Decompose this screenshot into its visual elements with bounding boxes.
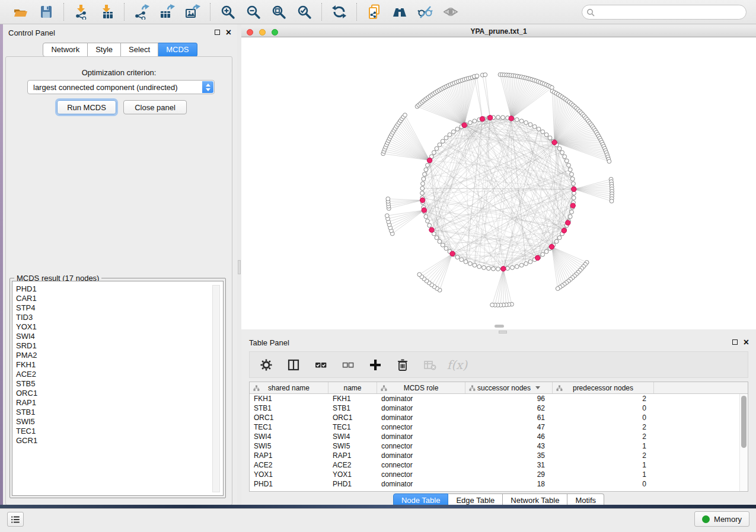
canvas-hscrollbar[interactable]	[495, 325, 504, 328]
delete-table-icon	[423, 358, 436, 371]
table-row[interactable]: YOX1YOX1connector291	[250, 470, 748, 479]
table-row[interactable]: FKH1FKH1dominator962	[250, 394, 748, 403]
zoom-selected-icon[interactable]	[296, 4, 312, 20]
network-canvas[interactable]	[241, 37, 756, 329]
vertical-splitter[interactable]	[237, 24, 241, 508]
toolbar-group	[357, 4, 468, 20]
show-eye-icon[interactable]	[442, 4, 459, 20]
mcds-result-list[interactable]: PHD1CAR1STP4TID3YOX1SWI4SRD1PMA2FKH1ACE2…	[12, 281, 224, 496]
tab-mcds[interactable]: MCDS	[158, 43, 197, 57]
maximize-window-icon[interactable]	[272, 29, 278, 36]
column-header-successor-nodes[interactable]: successor nodes	[465, 382, 553, 393]
mcds-result-item[interactable]: RAP1	[16, 398, 223, 408]
export-image-icon[interactable]	[184, 4, 201, 20]
network-window-titlebar[interactable]: YPA_prune.txt_1	[241, 27, 756, 37]
mcds-result-item[interactable]: SWI4	[16, 332, 223, 341]
close-panel-button[interactable]: Close panel	[123, 100, 187, 114]
table-cell: STB1	[328, 403, 377, 413]
mcds-result-item[interactable]: PHD1	[16, 284, 223, 294]
zoom-in-icon[interactable]	[219, 4, 236, 20]
table-vscrollbar[interactable]	[739, 394, 748, 491]
show-panels-list-button[interactable]	[7, 512, 24, 527]
mcds-result-item[interactable]: CAR1	[16, 294, 223, 303]
network-graph-svg[interactable]	[241, 37, 756, 329]
cytoscape-window: Control Panel × NetworkStyleSelectMCDS O…	[0, 0, 756, 532]
mcds-result-item[interactable]: PMA2	[16, 351, 223, 360]
table-row[interactable]: RAP1RAP1dominator352	[250, 451, 748, 460]
mcds-result-item[interactable]: TEC1	[16, 427, 223, 436]
criterion-select[interactable]: largest connected component (undirected)	[27, 80, 215, 94]
list-scrollbar[interactable]	[212, 285, 220, 492]
table-row[interactable]: ACE2ACE2connector311	[250, 460, 748, 470]
status-bar: Memory	[0, 508, 756, 528]
main-toolbar	[0, 0, 756, 24]
search-network-icon[interactable]	[391, 4, 408, 20]
search-box[interactable]	[582, 5, 747, 20]
save-session-icon[interactable]	[38, 4, 55, 20]
table-row[interactable]: PHD1PHD1dominator180	[250, 479, 748, 489]
table-cell: dominator	[377, 451, 465, 460]
toolbar-icon-groups	[4, 3, 468, 21]
tab-style[interactable]: Style	[88, 43, 121, 57]
search-input[interactable]	[597, 8, 742, 17]
table-cell: YOX1	[250, 470, 328, 479]
open-file-icon[interactable]	[12, 4, 29, 20]
import-network-icon[interactable]	[73, 4, 90, 20]
column-header-predecessor-nodes[interactable]: predecessor nodes	[553, 382, 654, 393]
refresh-icon[interactable]	[331, 4, 347, 20]
table-cell: 0	[553, 403, 654, 413]
import-table-icon[interactable]	[98, 4, 115, 20]
minimize-window-icon[interactable]	[259, 29, 266, 36]
mcds-result-item[interactable]: STP4	[16, 303, 223, 313]
zoom-fit-icon[interactable]	[270, 4, 287, 20]
mcds-result-item[interactable]: FKH1	[16, 360, 223, 370]
mcds-result-item[interactable]: STB5	[16, 379, 223, 389]
export-table-icon[interactable]	[159, 4, 176, 20]
mcds-result-item[interactable]: ACE2	[16, 370, 223, 379]
tab-select[interactable]: Select	[121, 43, 158, 57]
run-mcds-button[interactable]: Run MCDS	[57, 100, 116, 114]
close-table-panel-icon[interactable]: ×	[744, 339, 749, 345]
tab-network[interactable]: Network	[43, 43, 88, 57]
table-row[interactable]: SWI4SWI4dominator462	[250, 432, 748, 441]
table-cell: connector	[377, 422, 465, 432]
zoom-out-icon[interactable]	[245, 4, 261, 20]
float-table-panel-icon[interactable]	[732, 339, 738, 345]
table-cell: 62	[465, 403, 553, 413]
float-panel-icon[interactable]	[215, 30, 220, 35]
table-row[interactable]: TEC1TEC1connector472	[250, 422, 748, 432]
deselect-all-icon[interactable]	[342, 358, 355, 371]
add-column-icon[interactable]	[369, 358, 382, 371]
scrollbar-thumb[interactable]	[741, 396, 747, 448]
mcds-result-item[interactable]: TID3	[16, 313, 223, 322]
column-header-shared-name[interactable]: shared name	[250, 382, 328, 393]
export-network-icon[interactable]	[133, 4, 150, 20]
memory-button[interactable]: Memory	[694, 511, 749, 527]
select-all-icon[interactable]	[314, 358, 327, 371]
fx-function-icon: f(x)	[451, 358, 464, 371]
close-panel-icon[interactable]: ×	[226, 29, 231, 36]
control-panel-tabs: NetworkStyleSelectMCDS	[3, 43, 237, 57]
column-header-name[interactable]: name	[328, 382, 377, 393]
mcds-result-item[interactable]: ORC1	[16, 389, 223, 398]
table-row[interactable]: SWI5SWI5connector431	[250, 441, 748, 451]
table-panel-title: Table Panel	[249, 338, 289, 347]
close-window-icon[interactable]	[247, 29, 253, 36]
table-cell: 2	[553, 451, 654, 460]
share-document-icon[interactable]	[366, 4, 382, 20]
delete-column-icon[interactable]	[396, 358, 409, 371]
table-cell: 47	[465, 422, 553, 432]
mcds-result-item[interactable]: SWI5	[16, 417, 223, 427]
table-row[interactable]: ORC1ORC1dominator610	[250, 413, 748, 422]
column-header-MCDS-role[interactable]: MCDS role	[377, 382, 465, 393]
column-label: name	[343, 384, 361, 392]
settings-gear-icon[interactable]	[260, 358, 273, 371]
mcds-result-item[interactable]: STB1	[16, 408, 223, 417]
mcds-result-item[interactable]: SRD1	[16, 341, 223, 351]
hide-glasses-icon[interactable]	[417, 4, 433, 20]
mcds-result-item[interactable]: YOX1	[16, 322, 223, 332]
mcds-result-item[interactable]: GCR1	[16, 436, 223, 446]
table-row[interactable]: STB1STB1dominator620	[250, 403, 748, 413]
horizontal-splitter[interactable]	[241, 329, 756, 335]
column-view-icon[interactable]	[287, 358, 300, 371]
